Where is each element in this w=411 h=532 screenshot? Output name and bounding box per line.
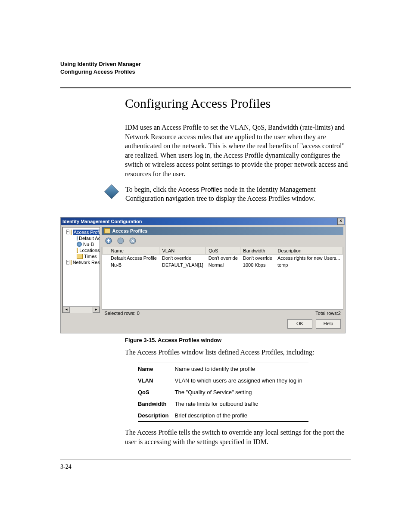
col-bw[interactable]: Bandwidth <box>240 247 275 255</box>
table-header-row: Name VLAN QoS Bandwidth Description <box>103 247 343 255</box>
def-label: VLAN <box>138 375 175 386</box>
tree-item[interactable]: Default Access Pro <box>79 236 100 241</box>
tree-item[interactable]: Times <box>84 254 97 259</box>
def-row: NameName used to identify the profile <box>138 363 308 375</box>
hscrollbar[interactable]: ◂▸ <box>63 306 100 313</box>
intro-paragraph: IDM uses an Access Profile to set the VL… <box>125 123 351 179</box>
close-icon[interactable]: × <box>337 218 344 225</box>
folder-icon <box>77 248 78 253</box>
table-row[interactable]: Nu-B DEFAULT_VLAN[1] Normal 1000 Kbps te… <box>103 261 343 268</box>
closing-paragraph: The Access Profile tells the switch to o… <box>125 428 351 446</box>
def-row: QoSThe "Quality of Service" setting <box>138 386 308 398</box>
app-window: Identity Management Configuration × − Ac… <box>60 217 346 333</box>
cell-qos: Don't override <box>206 254 240 261</box>
folder-icon <box>104 228 110 233</box>
scroll-left-icon[interactable]: ◂ <box>63 307 70 313</box>
def-row: DescriptionBrief description of the prof… <box>138 410 308 421</box>
cell-vlan: DEFAULT_VLAN[1] <box>159 261 206 268</box>
cell-vlan: Don't override <box>159 254 206 261</box>
rule-top <box>60 87 351 88</box>
begin-paragraph: To begin, click the Access Profiles node… <box>125 185 351 203</box>
titlebar: Identity Management Configuration × <box>61 218 345 225</box>
begin-bold: Access Profiles <box>178 186 223 193</box>
tree-root[interactable]: Access Profiles <box>73 230 100 235</box>
cell-name: Default Access Profile <box>108 254 159 261</box>
cell-name: Nu-B <box>108 261 159 268</box>
profile-icon <box>77 236 78 241</box>
toolbar-btn-delete[interactable] <box>128 236 137 245</box>
panel-header: Access Profiles <box>102 227 343 235</box>
page-number: 3-24 <box>60 464 351 470</box>
def-label: Name <box>138 363 175 375</box>
cell-bw: Don't override <box>240 254 275 261</box>
col-name[interactable]: Name <box>108 247 159 255</box>
def-text: Name used to identify the profile <box>175 363 308 375</box>
rule-bottom <box>60 460 351 460</box>
def-label: Bandwidth <box>138 398 175 410</box>
toolbar <box>102 235 343 247</box>
expand-icon[interactable]: − <box>66 230 69 234</box>
section-title: Configuring Access Profiles <box>125 96 351 111</box>
ok-button[interactable]: OK <box>287 319 312 329</box>
definition-table: NameName used to identify the profile VL… <box>138 363 308 422</box>
profile-icon <box>77 242 82 247</box>
begin-pre: To begin, click the <box>125 186 178 193</box>
scroll-right-icon[interactable]: ▸ <box>93 307 100 313</box>
after-figure-text: The Access Profiles window lists defined… <box>125 348 351 357</box>
def-text: The "Quality of Service" setting <box>175 386 308 398</box>
def-label: QoS <box>138 386 175 398</box>
info-diamond-icon <box>106 185 118 199</box>
def-row: VLANVLAN to which users are assigned whe… <box>138 375 308 386</box>
cell-desc: temp <box>275 261 343 268</box>
tree-item[interactable]: Nu-B <box>83 242 94 247</box>
def-row: BandwidthThe rate limits for outbound tr… <box>138 398 308 410</box>
status-bar: Selected rows: 0 Total rows:2 <box>102 309 343 317</box>
col-vlan[interactable]: VLAN <box>159 247 206 255</box>
def-label: Description <box>138 410 175 421</box>
running-header: Using Identity Driven Manager Configurin… <box>60 60 351 75</box>
tree-item[interactable]: Network Resources <box>73 260 100 265</box>
cell-bw: 1000 Kbps <box>240 261 275 268</box>
folder-icon <box>71 260 72 265</box>
window-title: Identity Management Configuration <box>62 219 142 224</box>
folder-icon <box>77 254 83 259</box>
toolbar-btn-new[interactable] <box>104 236 113 245</box>
col-qos[interactable]: QoS <box>206 247 240 255</box>
panel-title: Access Profiles <box>112 228 147 233</box>
help-button[interactable]: Help <box>316 319 341 329</box>
tree-item[interactable]: Locations <box>79 248 100 253</box>
def-text: Brief description of the profile <box>175 410 308 421</box>
data-grid[interactable]: Name VLAN QoS Bandwidth Description Defa… <box>102 247 343 309</box>
cell-qos: Normal <box>206 261 240 268</box>
table-row[interactable]: Default Access Profile Don't override Do… <box>103 254 343 261</box>
nav-tree[interactable]: − Access Profiles Default Access Pro Nu-… <box>62 227 100 313</box>
expand-icon[interactable]: + <box>66 260 69 264</box>
selected-rows: Selected rows: 0 <box>104 311 139 316</box>
def-text: The rate limits for outbound traffic <box>175 398 308 410</box>
col-desc[interactable]: Description <box>275 247 343 255</box>
cell-desc: Access rights for new Users... <box>275 254 343 261</box>
figure-caption: Figure 3-15. Access Profiles window <box>125 337 351 343</box>
total-rows: Total rows:2 <box>315 311 341 316</box>
toolbar-btn-edit[interactable] <box>116 236 125 245</box>
svg-point-1 <box>118 238 124 244</box>
def-text: VLAN to which users are assigned when th… <box>175 375 308 386</box>
running-header-line2: Configuring Access Profiles <box>60 68 351 76</box>
folder-icon <box>71 230 72 235</box>
running-header-line1: Using Identity Driven Manager <box>60 60 351 68</box>
